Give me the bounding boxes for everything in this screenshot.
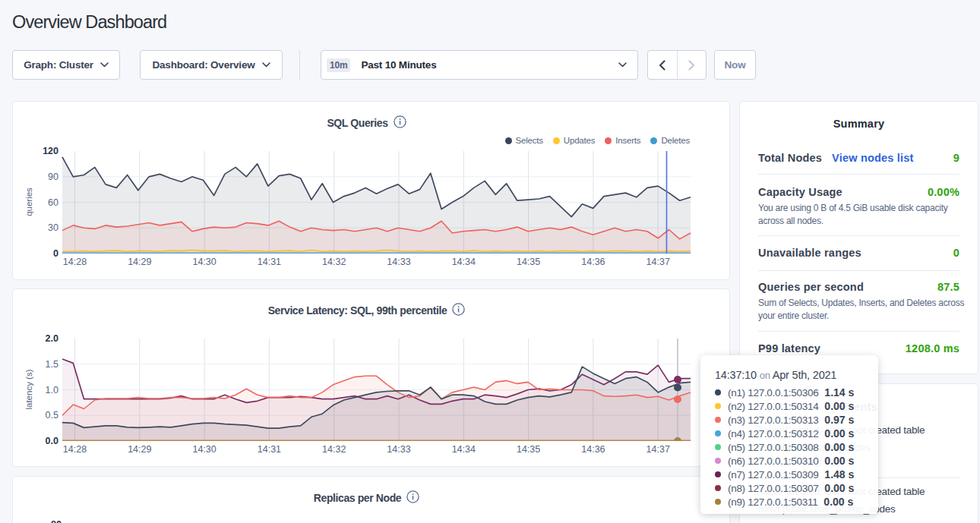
svg-text:14:37: 14:37 xyxy=(646,257,670,267)
svg-text:14:36: 14:36 xyxy=(581,444,605,455)
svg-text:1.0: 1.0 xyxy=(46,385,58,395)
svg-text:14:37: 14:37 xyxy=(646,444,670,455)
svg-text:2.0: 2.0 xyxy=(46,333,58,344)
svg-text:30: 30 xyxy=(48,222,58,233)
svg-text:14:32: 14:32 xyxy=(322,444,346,455)
svg-text:14:29: 14:29 xyxy=(128,257,151,267)
svg-text:14:31: 14:31 xyxy=(258,444,281,455)
svg-text:1.5: 1.5 xyxy=(46,359,58,370)
svg-text:14:28: 14:28 xyxy=(63,257,87,267)
svg-text:0: 0 xyxy=(53,248,58,259)
svg-text:14:31: 14:31 xyxy=(258,257,281,267)
svg-text:14:28: 14:28 xyxy=(63,444,87,455)
svg-text:14:35: 14:35 xyxy=(517,444,540,455)
svg-text:0.0: 0.0 xyxy=(46,436,58,446)
svg-text:14:32: 14:32 xyxy=(322,257,346,267)
svg-text:0.5: 0.5 xyxy=(46,410,58,421)
svg-text:14:29: 14:29 xyxy=(128,444,151,455)
svg-text:14:33: 14:33 xyxy=(387,257,410,267)
svg-text:14:30: 14:30 xyxy=(192,444,216,455)
svg-text:90: 90 xyxy=(48,172,58,182)
svg-text:14:33: 14:33 xyxy=(387,444,410,455)
svg-text:120: 120 xyxy=(43,146,58,156)
svg-text:14:36: 14:36 xyxy=(581,257,605,267)
svg-text:60: 60 xyxy=(48,197,58,208)
svg-text:14:34: 14:34 xyxy=(452,257,476,267)
svg-text:14:34: 14:34 xyxy=(452,444,476,455)
svg-text:14:30: 14:30 xyxy=(192,257,216,267)
svg-text:14:35: 14:35 xyxy=(517,257,540,267)
